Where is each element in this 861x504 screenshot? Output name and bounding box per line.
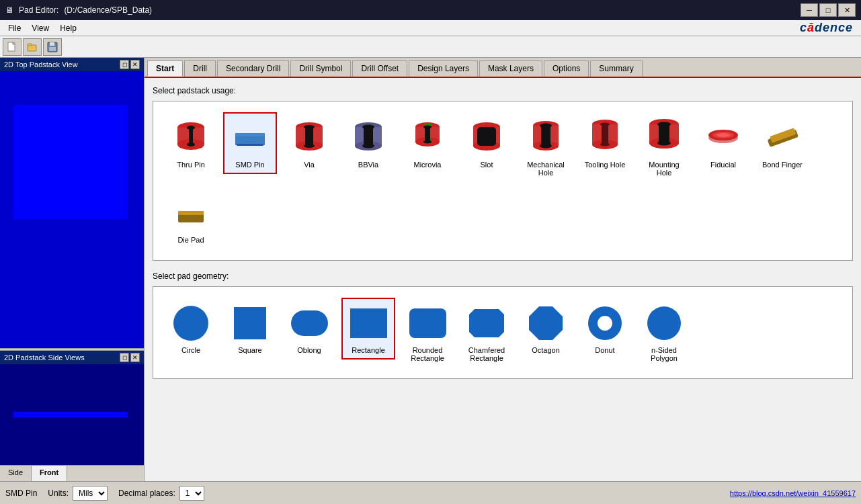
geometry-item-nsided-polygon[interactable]: n-Sided Polygon xyxy=(637,298,691,368)
octagon-label: Octagon xyxy=(532,346,560,354)
top-view-title: 2D Top Padstack View xyxy=(4,60,78,69)
mounting-hole-icon xyxy=(644,118,684,158)
nsided-polygon-label: n-Sided Polygon xyxy=(643,346,686,362)
padstack-item-mounting-hole[interactable]: Mounting Hole xyxy=(637,112,691,182)
padstack-usage-box: Thru Pin SMD Pin xyxy=(153,101,853,261)
padstack-item-via[interactable]: Via xyxy=(282,112,336,174)
top-view-canvas xyxy=(0,71,144,348)
padstack-item-mechanical-hole[interactable]: Mechanical Hole xyxy=(519,112,573,182)
top-view-controls: ◻ ✕ xyxy=(120,60,140,69)
smd-pin-icon xyxy=(230,118,270,158)
open-button[interactable] xyxy=(23,38,42,56)
svg-point-28 xyxy=(362,144,374,149)
top-view-restore[interactable]: ◻ xyxy=(120,60,129,69)
geometry-item-oblong[interactable]: Oblong xyxy=(282,298,336,360)
menu-view[interactable]: View xyxy=(26,22,54,34)
via-icon xyxy=(289,118,329,158)
geometry-item-circle[interactable]: Circle xyxy=(164,298,218,360)
thru-pin-label: Thru Pin xyxy=(177,161,205,169)
decimal-label: Decimal places: xyxy=(118,489,175,498)
side-view-title-bar: 2D Padstack Side Views ◻ ✕ xyxy=(0,351,144,364)
chamfered-rect-shape xyxy=(469,309,504,337)
geometry-item-donut[interactable]: Donut xyxy=(578,298,632,360)
status-bar: SMD Pin Units: Mils mm Decimal places: 1… xyxy=(0,481,861,504)
padstack-item-bond-finger[interactable]: Bond Finger xyxy=(755,112,809,174)
menu-help[interactable]: Help xyxy=(54,22,82,34)
svg-point-58 xyxy=(657,140,671,145)
minimize-button[interactable]: ─ xyxy=(801,3,818,17)
svg-point-46 xyxy=(540,143,552,148)
circle-icon xyxy=(171,303,211,343)
side-view-close[interactable]: ✕ xyxy=(130,353,140,362)
svg-rect-5 xyxy=(50,42,54,46)
tab-options[interactable]: Options xyxy=(544,60,589,77)
title-bar-left: 🖥 Pad Editor: (D:/Cadence/SPB_Data) xyxy=(5,5,152,15)
tab-summary[interactable]: Summary xyxy=(590,60,642,77)
geometry-item-rectangle[interactable]: Rectangle xyxy=(341,298,395,360)
svg-point-62 xyxy=(716,133,730,137)
microvia-icon xyxy=(407,118,448,158)
decimal-section: Decimal places: 1 2 3 xyxy=(118,486,204,501)
nsided-shape xyxy=(647,306,681,340)
menu-file[interactable]: File xyxy=(3,22,26,34)
top-view-close[interactable]: ✕ xyxy=(130,60,140,69)
padstack-usage-label: Select padstack usage: xyxy=(153,86,853,95)
padstack-item-slot[interactable]: Slot xyxy=(460,112,514,174)
decimal-select[interactable]: 1 2 3 xyxy=(179,486,204,501)
svg-rect-66 xyxy=(178,211,204,215)
tab-front[interactable]: Front xyxy=(32,466,67,481)
geometry-item-rounded-rectangle[interactable]: Rounded Rectangle xyxy=(401,298,454,368)
tab-bar: Start Drill Secondary Drill Drill Symbol… xyxy=(145,58,861,78)
toolbar xyxy=(0,36,861,58)
mechanical-hole-label: Mechanical Hole xyxy=(524,161,567,177)
svg-rect-16 xyxy=(237,144,263,146)
main-content: Start Drill Secondary Drill Drill Symbol… xyxy=(145,58,861,481)
svg-rect-40 xyxy=(477,127,496,146)
square-label: Square xyxy=(238,346,261,354)
oblong-label: Oblong xyxy=(297,346,321,354)
padstack-item-microvia[interactable]: Microvia xyxy=(401,112,454,174)
octagon-icon xyxy=(526,303,566,343)
tab-design-layers[interactable]: Design Layers xyxy=(409,60,478,77)
mechanical-hole-icon xyxy=(526,118,566,158)
tab-secondary-drill[interactable]: Secondary Drill xyxy=(217,60,289,77)
menu-bar: File View Help cādence xyxy=(0,20,861,36)
maximize-button[interactable]: □ xyxy=(819,3,837,17)
tab-drill-offset[interactable]: Drill Offset xyxy=(352,60,407,77)
geometry-item-octagon[interactable]: Octagon xyxy=(519,298,573,360)
tab-start[interactable]: Start xyxy=(147,60,183,77)
oblong-shape xyxy=(291,310,328,336)
svg-point-12 xyxy=(187,142,195,146)
side-view-title: 2D Padstack Side Views xyxy=(4,353,85,362)
tab-side[interactable]: Side xyxy=(0,466,32,481)
cadence-logo: cādence xyxy=(800,21,858,35)
status-url[interactable]: https://blog.csdn.net/weixin_41559617 xyxy=(730,489,856,497)
units-select[interactable]: Mils mm xyxy=(73,486,108,501)
title-bar: 🖥 Pad Editor: (D:/Cadence/SPB_Data) ─ □ … xyxy=(0,0,861,20)
save-button[interactable] xyxy=(43,38,62,56)
donut-label: Donut xyxy=(595,346,614,354)
tab-drill[interactable]: Drill xyxy=(184,60,216,77)
close-button[interactable]: ✕ xyxy=(838,3,856,17)
geometry-item-square[interactable]: Square xyxy=(223,298,277,360)
padstack-item-fiducial[interactable]: Fiducial xyxy=(696,112,750,174)
tab-drill-symbol[interactable]: Drill Symbol xyxy=(290,60,351,77)
side-view-restore[interactable]: ◻ xyxy=(120,353,129,362)
svg-rect-3 xyxy=(28,44,32,46)
padstack-item-bbvia[interactable]: BBVia xyxy=(341,112,395,174)
top-view-shape xyxy=(13,105,128,219)
geometry-item-chamfered-rectangle[interactable]: Chamfered Rectangle xyxy=(460,298,514,368)
svg-rect-27 xyxy=(364,127,373,146)
padstack-item-tooling-hole[interactable]: Tooling Hole xyxy=(578,112,632,174)
tab-mask-layers[interactable]: Mask Layers xyxy=(479,60,542,77)
new-button[interactable] xyxy=(3,38,22,56)
chamfered-rectangle-label: Chamfered Rectangle xyxy=(465,346,508,362)
smd-pin-label: SMD Pin xyxy=(235,161,264,169)
svg-rect-57 xyxy=(659,124,669,143)
padstack-items-grid: Thru Pin SMD Pin xyxy=(164,112,842,249)
mounting-hole-label: Mounting Hole xyxy=(643,161,686,177)
units-label: Units: xyxy=(48,489,69,498)
padstack-item-die-pad[interactable]: Die Pad xyxy=(164,187,218,249)
padstack-item-smd-pin[interactable]: SMD Pin xyxy=(223,112,277,174)
padstack-item-thru-pin[interactable]: Thru Pin xyxy=(164,112,218,174)
